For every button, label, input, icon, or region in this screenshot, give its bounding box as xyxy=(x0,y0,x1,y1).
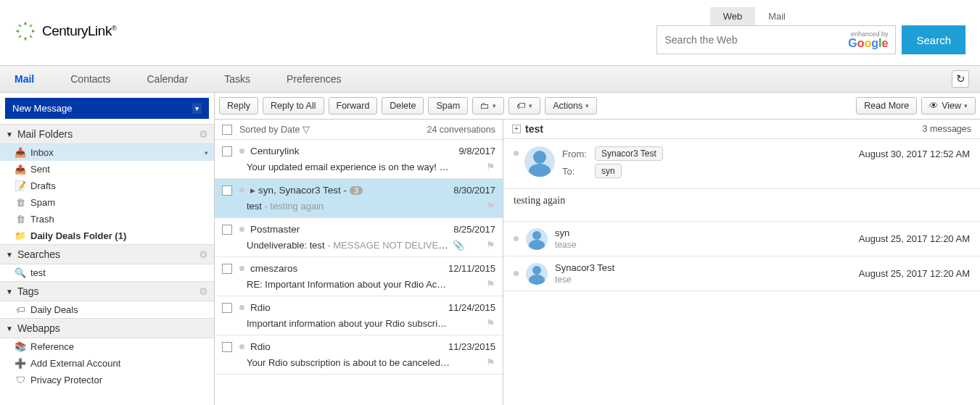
subject: RE: Important Information about your Rdi… xyxy=(247,279,450,290)
move-button[interactable]: 🗀▾ xyxy=(472,97,504,114)
folder-item-daily-deals-folder-1-[interactable]: 📁Daily Deals Folder (1) xyxy=(0,227,214,244)
sender: Rdio xyxy=(250,302,271,313)
gear-icon[interactable]: ⚙ xyxy=(199,249,208,260)
folder-item-drafts[interactable]: 📝Drafts xyxy=(0,178,214,194)
status-dot xyxy=(514,151,519,156)
message-checkbox[interactable] xyxy=(222,185,232,196)
expand-icon[interactable]: ▶ xyxy=(250,187,255,194)
nav-tasks[interactable]: Tasks xyxy=(221,66,268,92)
folder-item-daily-deals[interactable]: 🏷Daily Deals xyxy=(0,301,214,318)
message-checkbox[interactable] xyxy=(222,303,232,313)
sender: syn xyxy=(555,227,859,238)
date: August 25, 2017 12:20 AM xyxy=(859,233,970,244)
folder-green-icon: 📁 xyxy=(15,230,26,241)
message-checkbox[interactable] xyxy=(222,342,232,352)
unread-dot xyxy=(239,149,244,154)
folder-item-reference[interactable]: 📚Reference xyxy=(0,338,214,355)
flag-icon[interactable]: ⚑ xyxy=(486,356,495,368)
chevron-down-icon[interactable]: ▾ xyxy=(205,149,208,156)
sender: Centurylink xyxy=(250,146,300,156)
folder-item-spam[interactable]: 🗑Spam xyxy=(0,194,214,211)
actions-button[interactable]: Actions▾ xyxy=(545,97,597,114)
forward-button[interactable]: Forward xyxy=(329,97,378,114)
expand-icon[interactable]: + xyxy=(512,125,521,133)
nav-contacts[interactable]: Contacts xyxy=(67,66,128,92)
select-all-checkbox[interactable] xyxy=(222,125,232,135)
sender: Synacor3 Test xyxy=(555,262,859,273)
nav-preferences[interactable]: Preferences xyxy=(283,66,359,92)
message-checkbox[interactable] xyxy=(222,146,232,156)
avatar xyxy=(526,228,548,250)
folder-item-privacy-protector[interactable]: 🛡Privacy Protector xyxy=(0,372,214,388)
message-item[interactable]: ▶syn, Synacor3 Test - 38/30/2017test - t… xyxy=(215,179,503,218)
new-message-button[interactable]: New Message xyxy=(5,98,209,119)
date: August 25, 2017 12:20 AM xyxy=(859,268,970,279)
sender: Rdio xyxy=(250,341,271,352)
section-tags[interactable]: ▼ Tags ⚙ xyxy=(0,281,214,301)
flag-icon[interactable]: ⚑ xyxy=(486,239,495,251)
reply-button[interactable]: Reply xyxy=(219,97,258,114)
search-tab-mail[interactable]: Mail xyxy=(755,7,799,25)
message-expanded: From: Synacor3 Test August 30, 2017 12:5… xyxy=(503,139,980,189)
gear-icon[interactable]: ⚙ xyxy=(199,285,208,297)
folder-item-add-external-account[interactable]: ➕Add External Account xyxy=(0,355,214,372)
message-item[interactable]: cmeszaros12/11/2015RE: Important Informa… xyxy=(215,257,503,296)
reading-pane: + test 3 messages From: Synacor3 Test Au… xyxy=(503,120,980,405)
to-label: To: xyxy=(562,166,595,177)
spam-icon: 🗑 xyxy=(15,197,26,208)
tag-button[interactable]: 🏷▾ xyxy=(508,97,540,114)
folder-label: Drafts xyxy=(30,180,56,191)
trash-icon: 🗑 xyxy=(15,214,26,225)
message-checkbox[interactable] xyxy=(222,264,232,274)
unread-dot xyxy=(239,227,244,232)
google-badge: enhanced by Google xyxy=(848,31,888,49)
chevron-down-icon: ▼ xyxy=(6,325,13,333)
message-item[interactable]: Centurylink9/8/2017Your updated email ex… xyxy=(215,140,503,179)
logo[interactable]: CenturyLink® xyxy=(15,20,116,42)
flag-icon[interactable]: ⚑ xyxy=(486,200,495,212)
search-tab-web[interactable]: Web xyxy=(710,7,756,25)
view-button[interactable]: 👁 View▾ xyxy=(921,97,976,114)
message-item[interactable]: Rdio11/24/2015Important information abou… xyxy=(215,296,503,335)
main: New Message ▼ Mail Folders ⚙ 📥Inbox▾📤Sen… xyxy=(0,93,980,405)
from-pill[interactable]: Synacor3 Test xyxy=(595,146,663,161)
message-item[interactable]: Rdio11/23/2015Your Rdio subscription is … xyxy=(215,335,503,375)
folder-item-inbox[interactable]: 📥Inbox▾ xyxy=(0,144,214,161)
nav-calendar[interactable]: Calendar xyxy=(143,66,206,92)
flag-icon[interactable]: ⚑ xyxy=(486,278,495,290)
unread-dot xyxy=(239,188,244,193)
section-mail-folders[interactable]: ▼ Mail Folders ⚙ xyxy=(0,124,214,144)
refresh-button[interactable]: ↻ xyxy=(952,70,969,88)
date: 12/11/2015 xyxy=(448,263,495,274)
sender: cmeszaros xyxy=(250,263,297,274)
search-input[interactable] xyxy=(664,34,848,46)
folder-item-test[interactable]: 🔍test xyxy=(0,264,214,281)
nav-mail[interactable]: Mail xyxy=(11,66,52,92)
attachment-icon: 📎 xyxy=(453,240,464,251)
folder-item-trash[interactable]: 🗑Trash xyxy=(0,211,214,227)
sort-label[interactable]: Sorted by Date ▽ xyxy=(239,124,310,135)
flag-icon[interactable]: ⚑ xyxy=(486,161,495,172)
flag-icon[interactable]: ⚑ xyxy=(486,317,495,329)
brand-name: CenturyLink® xyxy=(42,23,116,39)
collapsed-message[interactable]: synteaseAugust 25, 2017 12:20 AM xyxy=(503,222,980,256)
message-checkbox[interactable] xyxy=(222,225,232,235)
message-item[interactable]: Postmaster8/25/2017Undeliverable: test -… xyxy=(215,218,503,257)
spam-button[interactable]: Spam xyxy=(428,97,468,114)
subject: Important information about your Rdio su… xyxy=(247,318,450,329)
conversation-count: 24 conversations xyxy=(427,125,495,135)
folder-item-sent[interactable]: 📤Sent xyxy=(0,161,214,178)
books-icon: 📚 xyxy=(15,341,26,352)
read-more-button[interactable]: Read More xyxy=(856,97,917,114)
section-webapps[interactable]: ▼ Webapps xyxy=(0,318,214,338)
search-button[interactable]: Search xyxy=(902,25,965,54)
reply-all-button[interactable]: Reply to All xyxy=(263,97,324,114)
folder-label: test xyxy=(30,267,46,278)
gear-icon[interactable]: ⚙ xyxy=(199,128,208,140)
folder-label: Daily Deals xyxy=(30,304,78,315)
section-searches[interactable]: ▼ Searches ⚙ xyxy=(0,244,214,264)
delete-button[interactable]: Delete xyxy=(382,97,424,114)
folder-label: Trash xyxy=(30,214,54,225)
to-pill[interactable]: syn xyxy=(595,164,622,178)
collapsed-message[interactable]: Synacor3 TestteseAugust 25, 2017 12:20 A… xyxy=(503,256,980,291)
